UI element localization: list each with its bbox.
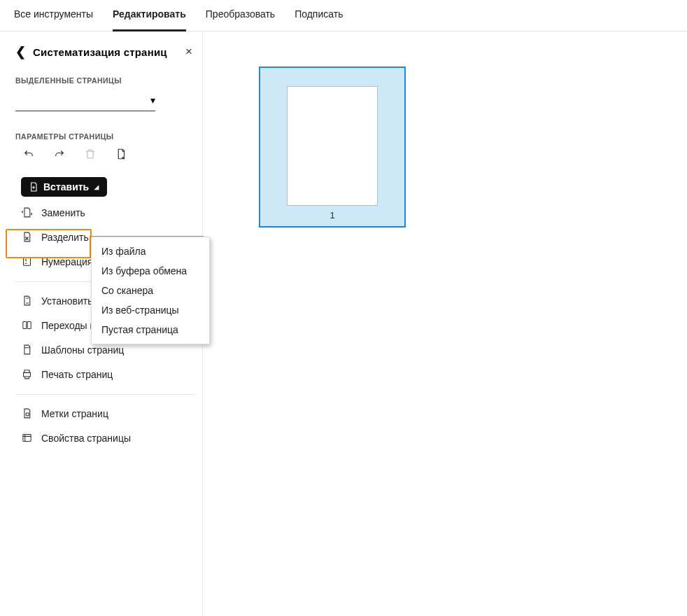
divider (15, 394, 195, 395)
tab-edit[interactable]: Редактировать (113, 8, 186, 31)
insert-from-file-item[interactable]: Из файла (92, 241, 209, 261)
page-labels-icon (21, 407, 33, 419)
page-thumbnail-area: 1 (203, 31, 687, 615)
page-params-label: ПАРАМЕТРЫ СТРАНИЦЫ (15, 132, 195, 141)
page-properties-item[interactable]: Свойства страницы (21, 432, 195, 444)
tab-all-tools[interactable]: Все инструменты (14, 8, 93, 31)
selected-pages-dropdown[interactable]: ▾ (15, 90, 155, 111)
page-labels-item[interactable]: Метки страниц (21, 407, 195, 419)
insert-dropdown-menu: Из файла Из буфера обмена Со сканера Из … (91, 237, 210, 344)
panel-title: Систематизация страниц (33, 46, 176, 58)
close-icon[interactable]: × (183, 45, 195, 59)
svg-rect-2 (27, 322, 31, 329)
replace-icon (21, 206, 33, 218)
insert-button[interactable]: Вставить ◢ (21, 177, 107, 197)
selected-pages-label: ВЫДЕЛЕННЫЕ СТРАНИЦЫ (15, 76, 195, 85)
chevron-down-icon: ◢ (94, 184, 99, 190)
redo-button[interactable] (52, 146, 67, 162)
transitions-icon (21, 319, 33, 331)
extract-page-button[interactable] (113, 146, 129, 162)
insert-blank-page-item[interactable]: Пустая страница (92, 320, 209, 340)
split-icon (21, 231, 33, 243)
page-preview (287, 86, 378, 206)
print-pages-item[interactable]: Печать страниц (21, 368, 195, 380)
split-label: Разделить (41, 232, 89, 243)
templates-icon (21, 344, 33, 356)
undo-icon (22, 148, 35, 160)
tab-sign[interactable]: Подписать (295, 8, 343, 31)
delete-page-button[interactable] (83, 146, 98, 162)
page-thumbnail-selected: 1 (259, 66, 406, 227)
page-number-label: 1 (330, 210, 334, 220)
insert-from-scanner-item[interactable]: Со сканера (92, 281, 209, 300)
svg-rect-3 (23, 435, 31, 442)
replace-label: Заменить (41, 207, 85, 218)
page-properties-icon (21, 432, 33, 444)
margins-icon (21, 295, 33, 307)
organize-pages-panel: ❮ Систематизация страниц × ВЫДЕЛЕННЫЕ СТ… (0, 31, 203, 615)
page-ops-group-3: Метки страниц Свойства страницы (15, 407, 195, 444)
insert-from-clipboard-item[interactable]: Из буфера обмена (92, 261, 209, 281)
print-icon (21, 368, 33, 380)
content-area: ❮ Систематизация страниц × ВЫДЕЛЕННЫЕ СТ… (0, 31, 687, 615)
numbering-icon (21, 255, 33, 267)
page-properties-label: Свойства страницы (41, 433, 131, 444)
top-tabs: Все инструменты Редактировать Преобразов… (0, 0, 687, 31)
templates-label: Шаблоны страниц (41, 344, 124, 356)
page-thumbnail-1[interactable]: 1 (259, 66, 406, 227)
chevron-down-icon: ▾ (150, 94, 155, 106)
replace-pages-item[interactable]: Заменить (21, 206, 195, 218)
redo-icon (53, 148, 66, 160)
numbering-label: Нумерация (41, 256, 92, 267)
extract-page-icon (115, 148, 127, 160)
print-label: Печать страниц (41, 369, 113, 380)
page-action-iconbar (15, 146, 195, 162)
undo-button[interactable] (21, 146, 36, 162)
svg-rect-0 (24, 258, 31, 265)
svg-rect-1 (23, 322, 27, 329)
templates-item[interactable]: Шаблоны страниц (21, 344, 195, 356)
trash-icon (84, 148, 97, 160)
insert-from-webpage-item[interactable]: Из веб-страницы (92, 300, 209, 320)
panel-header: ❮ Систематизация страниц × (15, 44, 195, 59)
tab-convert[interactable]: Преобразовать (206, 8, 275, 31)
insert-button-label: Вставить (43, 181, 89, 192)
insert-page-icon (28, 181, 39, 192)
back-chevron-icon[interactable]: ❮ (15, 44, 26, 59)
page-labels-label: Метки страниц (41, 408, 108, 419)
